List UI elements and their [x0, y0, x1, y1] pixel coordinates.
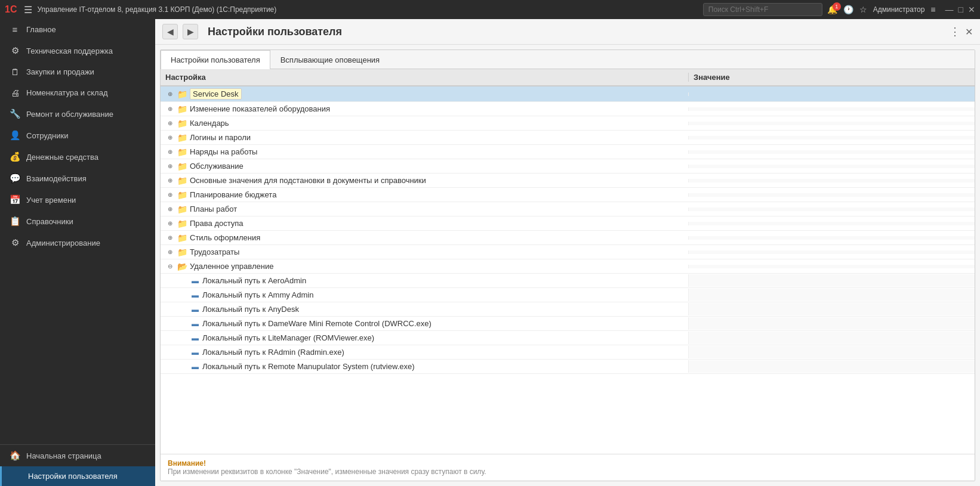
- tab-user-settings[interactable]: Настройки пользователя: [161, 50, 270, 69]
- value-input[interactable]: [694, 290, 970, 299]
- row-value[interactable]: [688, 360, 975, 373]
- expand-icon[interactable]: ⊕: [165, 162, 175, 171]
- favorites-icon[interactable]: ☆: [859, 5, 867, 14]
- expand-icon[interactable]: ⊕: [165, 247, 175, 257]
- row-value[interactable]: [688, 289, 975, 301]
- table-row[interactable]: ▬ Локальный путь к RAdmin (Radmin.exe): [161, 345, 975, 360]
- table-row[interactable]: ⊕ 📁 Наряды на работы: [161, 145, 975, 159]
- more-options-btn[interactable]: ⋮: [950, 25, 960, 38]
- table-row[interactable]: ⊕ 📁 Основные значения для подстановки в …: [161, 174, 975, 188]
- sidebar-item-label: Закупки и продажи: [26, 67, 94, 76]
- table-row[interactable]: ▬ Локальный путь к Remote Manupulator Sy…: [161, 360, 975, 374]
- support-icon: ⚙: [10, 45, 20, 56]
- table-row[interactable]: ⊕ 📁 Обслуживание: [161, 159, 975, 174]
- table-row[interactable]: ⊖ 📂 Удаленное управление: [161, 259, 975, 274]
- expand-icon[interactable]: ⊕: [165, 176, 175, 185]
- sidebar-item-references[interactable]: 📋 Справочники: [0, 211, 155, 232]
- close-btn[interactable]: ✕: [968, 5, 975, 14]
- row-value: [688, 92, 975, 96]
- value-input[interactable]: [694, 333, 970, 342]
- settings-icon[interactable]: ≡: [930, 5, 935, 14]
- sidebar-item-repair[interactable]: 🔧 Ремонт и обслуживание: [0, 103, 155, 125]
- row-label: Локальный путь к Ammy Admin: [202, 290, 313, 299]
- sidebar-item-purchases[interactable]: 🗒 Закупки и продажи: [0, 61, 155, 82]
- value-input[interactable]: [694, 348, 970, 357]
- sidebar-item-finance[interactable]: 💰 Денежные средства: [0, 146, 155, 168]
- folder-icon: 📁: [177, 162, 187, 171]
- folder-icon: 📁: [177, 133, 187, 143]
- settings-table: Настройка Значение ⊕ 📁 Service Desk ⊕: [161, 69, 975, 454]
- row-value[interactable]: [688, 303, 975, 315]
- value-input[interactable]: [694, 362, 970, 371]
- home-icon: 🏠: [10, 450, 20, 461]
- notification-bell[interactable]: 🔔 1: [827, 5, 837, 14]
- row-label: Наряды на работы: [190, 147, 257, 156]
- sidebar-item-employees[interactable]: 👤 Сотрудники: [0, 125, 155, 146]
- toolbar-right: ⋮ ✕: [950, 25, 973, 38]
- row-value[interactable]: [688, 346, 975, 358]
- row-value[interactable]: [688, 274, 975, 287]
- expand-icon[interactable]: ⊕: [165, 119, 175, 128]
- finance-icon: 💰: [10, 151, 20, 162]
- table-row[interactable]: ⊕ 📁 Логины и пароли: [161, 131, 975, 145]
- maximize-btn[interactable]: □: [959, 5, 963, 14]
- item-icon: ▬: [192, 320, 199, 328]
- sidebar-bottom-label: Начальная страница: [26, 451, 101, 460]
- table-row[interactable]: ▬ Локальный путь к Ammy Admin: [161, 288, 975, 302]
- search-input[interactable]: [703, 3, 822, 16]
- footer-note: Внимание! При изменении реквизитов в кол…: [161, 454, 975, 481]
- history-icon[interactable]: 🕐: [843, 5, 853, 14]
- value-input[interactable]: [694, 276, 970, 285]
- close-panel-btn[interactable]: ✕: [965, 26, 973, 38]
- row-value[interactable]: [688, 332, 975, 344]
- row-label: Трудозатраты: [190, 247, 239, 256]
- sidebar-user-settings[interactable]: Настройки пользователя: [0, 466, 155, 486]
- expand-icon[interactable]: ⊕: [165, 147, 175, 157]
- row-value[interactable]: [688, 317, 975, 330]
- folder-icon: 📁: [177, 219, 187, 228]
- minimize-btn[interactable]: —: [945, 5, 954, 14]
- menu-icon[interactable]: ☰: [24, 4, 32, 16]
- table-row[interactable]: ▬ Локальный путь к AeroAdmin: [161, 274, 975, 288]
- row-label: Изменение показателей оборудования: [190, 104, 330, 113]
- folder-icon: 📁: [177, 205, 187, 214]
- table-row[interactable]: ⊕ 📁 Права доступа: [161, 216, 975, 231]
- notification-badge: 1: [833, 2, 841, 11]
- settings-panel: Настройки пользователя Всплывающие опове…: [160, 49, 975, 481]
- sidebar-item-admin[interactable]: ⚙ Администрирование: [0, 232, 155, 253]
- table-row[interactable]: ⊕ 📁 Календарь: [161, 116, 975, 131]
- expand-icon[interactable]: ⊕: [165, 205, 175, 214]
- logo: 1С: [5, 4, 17, 15]
- table-row[interactable]: ⊕ 📁 Планирование бюджета: [161, 188, 975, 202]
- table-row[interactable]: ▬ Локальный путь к LiteManager (ROMViewe…: [161, 331, 975, 345]
- sidebar-item-label: Денежные средства: [26, 153, 98, 162]
- expand-icon[interactable]: ⊕: [165, 219, 175, 228]
- table-row[interactable]: ▬ Локальный путь к DameWare Mini Remote …: [161, 317, 975, 331]
- sidebar-bottom-label: Настройки пользователя: [28, 472, 118, 481]
- expand-icon[interactable]: ⊕: [165, 104, 175, 114]
- content-toolbar: ◀ ▶ Настройки пользователя ⋮ ✕: [155, 19, 980, 45]
- sidebar-item-support[interactable]: ⚙ Техническая поддержка: [0, 40, 155, 61]
- expand-icon[interactable]: ⊕: [165, 89, 175, 99]
- sidebar-item-timekeeping[interactable]: 📅 Учет времени: [0, 189, 155, 211]
- expand-icon[interactable]: ⊖: [165, 262, 175, 271]
- sidebar-item-nomenclature[interactable]: 🖨 Номенклатура и склад: [0, 82, 155, 103]
- table-row[interactable]: ⊕ 📁 Трудозатраты: [161, 245, 975, 259]
- table-row[interactable]: ⊕ 📁 Service Desk: [161, 86, 975, 102]
- forward-button[interactable]: ▶: [183, 24, 198, 39]
- expand-icon[interactable]: ⊕: [165, 233, 175, 243]
- sidebar-item-interactions[interactable]: 💬 Взаимодействия: [0, 168, 155, 189]
- expand-icon[interactable]: ⊕: [165, 190, 175, 200]
- value-input[interactable]: [694, 305, 970, 314]
- sidebar-home[interactable]: 🏠 Начальная страница: [0, 445, 155, 466]
- table-row[interactable]: ⊕ 📁 Стиль оформления: [161, 231, 975, 245]
- table-row[interactable]: ▬ Локальный путь к AnyDesk: [161, 302, 975, 317]
- row-label: Обслуживание: [190, 162, 244, 171]
- table-row[interactable]: ⊕ 📁 Изменение показателей оборудования: [161, 102, 975, 116]
- table-row[interactable]: ⊕ 📁 Планы работ: [161, 202, 975, 216]
- value-input[interactable]: [694, 319, 970, 328]
- tab-notifications[interactable]: Всплывающие оповещения: [270, 50, 390, 69]
- sidebar-item-main[interactable]: ≡ Главное: [0, 19, 155, 40]
- expand-icon[interactable]: ⊕: [165, 133, 175, 143]
- back-button[interactable]: ◀: [162, 24, 178, 39]
